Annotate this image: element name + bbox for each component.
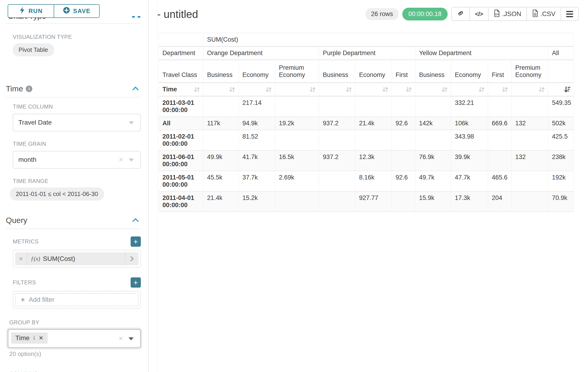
- sort-icon[interactable]: [405, 85, 413, 94]
- add-filter-plus-button[interactable]: +: [131, 277, 141, 287]
- value-cell: 549.35: [548, 96, 574, 117]
- remove-metric-icon[interactable]: ×: [15, 252, 27, 265]
- export-json-label: .JSON: [502, 10, 521, 18]
- run-save-button-group: RUN SAVE: [8, 4, 100, 18]
- sort-icon[interactable]: [381, 85, 389, 94]
- clear-icon[interactable]: ×: [118, 335, 123, 342]
- value-cell: 81.52: [239, 130, 275, 150]
- value-cell: 15.9k: [415, 191, 451, 212]
- sort-header: [512, 83, 548, 96]
- sort-icon[interactable]: [441, 85, 449, 94]
- export-json-button[interactable]: .JSON: [488, 7, 526, 21]
- sort-icon[interactable]: [228, 85, 236, 94]
- add-filter-button[interactable]: + Add filter: [15, 293, 138, 306]
- export-csv-button[interactable]: .CSV: [526, 7, 561, 21]
- column-class-header: Premium Economy: [512, 60, 548, 83]
- add-metric-button[interactable]: +: [131, 236, 141, 247]
- more-options-button[interactable]: [561, 7, 578, 21]
- save-button[interactable]: SAVE: [54, 5, 99, 17]
- column-group-header: Purple Department: [319, 46, 415, 60]
- add-filter-label: Add filter: [29, 296, 55, 303]
- value-cell: [392, 150, 415, 171]
- panel-resize-handle[interactable]: [132, 16, 140, 18]
- value-cell: [488, 96, 512, 117]
- row-count-badge: 26 rows: [365, 8, 399, 20]
- sort-icon[interactable]: [345, 85, 353, 94]
- value-cell: 106k: [451, 117, 488, 130]
- sort-icon[interactable]: [478, 85, 485, 94]
- value-cell: 425.5: [548, 130, 574, 150]
- column-class-header: First: [488, 60, 512, 83]
- value-cell: 132: [512, 150, 548, 171]
- column-class-header: Business: [415, 60, 451, 83]
- value-cell: 76.9k: [415, 150, 451, 171]
- value-cell: [392, 96, 415, 117]
- chart-area: - untitled 26 rows 00:00:00.18 </>: [149, 0, 588, 372]
- column-class-header: First: [392, 60, 415, 83]
- value-cell: 927.77: [355, 191, 392, 212]
- info-icon[interactable]: i: [33, 335, 35, 341]
- info-icon[interactable]: i: [26, 85, 32, 92]
- row-label-cell: 2011-03-01 00:00:00: [159, 96, 203, 117]
- visualization-type-label: VISUALIZATION TYPE: [13, 34, 148, 40]
- time-sort-header: Time: [159, 83, 203, 96]
- sort-icon[interactable]: [193, 85, 201, 94]
- query-section-title: Query: [6, 216, 27, 225]
- value-cell: [203, 130, 239, 150]
- table-row: 2011-04-01 00:00:0021.4k15.2k927.7715.9k…: [159, 191, 574, 212]
- value-cell: 238k: [548, 150, 574, 171]
- table-row: 2011-06-01 00:00:0049.9k41.7k16.5k937.21…: [159, 150, 574, 171]
- caret-down-icon[interactable]: [128, 337, 134, 340]
- chevron-up-icon[interactable]: [132, 84, 139, 93]
- chevron-up-icon[interactable]: [132, 216, 139, 225]
- copy-link-button[interactable]: [452, 7, 470, 21]
- column-class-header: [548, 60, 574, 83]
- value-cell: [512, 191, 548, 212]
- group-by-select[interactable]: Timei✕ ×: [8, 329, 141, 348]
- value-cell: 669.6: [488, 117, 512, 130]
- value-cell: [512, 96, 548, 117]
- metric-chip[interactable]: × ƒ(x) SUM(Cost): [15, 252, 138, 265]
- visualization-type-pill[interactable]: Pivot Table: [13, 43, 54, 56]
- value-cell: 132: [512, 117, 548, 130]
- time-column-select[interactable]: Travel Date: [13, 114, 141, 131]
- sort-icon[interactable]: [265, 85, 273, 94]
- time-grain-value: month: [18, 156, 36, 163]
- column-class-header: Economy: [451, 60, 488, 83]
- value-cell: 192k: [548, 171, 574, 191]
- column-class-header: Economy: [355, 60, 392, 83]
- table-row: All117k94.9k19.2k937.221.4k92.6142k106k6…: [159, 117, 574, 130]
- column-group-header: Yellow Department: [415, 46, 548, 60]
- embed-code-button[interactable]: </>: [470, 7, 488, 21]
- value-cell: 47.7k: [451, 171, 488, 191]
- run-button-label: RUN: [29, 7, 43, 15]
- sort-icon[interactable]: [501, 85, 509, 94]
- column-group-header: Orange Department: [203, 46, 319, 60]
- clear-icon[interactable]: ×: [119, 156, 123, 163]
- plus-icon: +: [21, 296, 25, 304]
- time-range-pill[interactable]: 2011-01-01 ≤ col < 2011-06-30: [10, 188, 104, 201]
- chart-title[interactable]: - untitled: [157, 8, 198, 21]
- export-button-group: </> .JSON .CSV: [451, 7, 579, 21]
- link-icon: [457, 10, 464, 19]
- sidebar-topbar: Chart Type RUN SAVE: [0, 0, 148, 23]
- filters-container: + Add filter: [13, 291, 141, 308]
- sort-header: [239, 83, 275, 96]
- caret-down-icon: [129, 121, 134, 124]
- value-cell: 2.69k: [275, 171, 319, 191]
- pivot-table-container: SUM(Cost)DepartmentOrange DepartmentPurp…: [158, 33, 588, 212]
- selected-option-chip[interactable]: Timei✕: [11, 332, 48, 344]
- metric-expand-icon[interactable]: [125, 252, 138, 265]
- time-grain-select[interactable]: month ×: [13, 151, 141, 169]
- value-cell: [488, 150, 512, 171]
- metrics-label: METRICS: [13, 238, 131, 245]
- remove-chip-icon[interactable]: ✕: [39, 335, 43, 341]
- value-cell: 15.2k: [239, 191, 275, 212]
- row-label-cell: All: [159, 117, 203, 130]
- run-button[interactable]: RUN: [8, 5, 54, 17]
- value-cell: 8.16k: [355, 171, 392, 191]
- sort-icon[interactable]: [309, 85, 316, 94]
- sort-icon[interactable]: [538, 85, 546, 94]
- row-label-cell: 2011-04-01 00:00:00: [159, 191, 203, 212]
- sort-descending-icon[interactable]: [563, 85, 571, 94]
